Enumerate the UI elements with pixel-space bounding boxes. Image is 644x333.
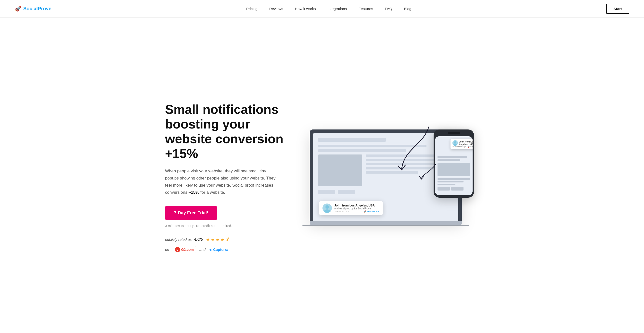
hero-left: Small notifications boosting your websit… bbox=[165, 102, 292, 253]
phone-screen: John from Los Angeles, USA 15 minutes ag… bbox=[435, 136, 472, 195]
star-1: ★ bbox=[205, 237, 210, 242]
star-half: ⯨ bbox=[225, 237, 230, 242]
phone-notif-avatar bbox=[452, 140, 458, 146]
logo-icon: 🚀 bbox=[15, 6, 21, 12]
setup-note: 3 minutes to set-up. No credit card requ… bbox=[165, 224, 292, 228]
nav-item-integrations[interactable]: Integrations bbox=[328, 6, 347, 11]
capterra-badge: ◈ Capterra bbox=[209, 247, 228, 252]
nav-item-how-it-works[interactable]: How it works bbox=[295, 6, 316, 11]
g2-badge: G G2.com bbox=[173, 246, 196, 253]
hero-desc-strong: ~15% bbox=[188, 190, 199, 195]
rating-row: publicly rated as 4.6/5 ★ ★ ★ ★ ⯨ bbox=[165, 237, 292, 242]
notif-footer: 15 minutes ago 🚀 SocialProve bbox=[334, 210, 380, 213]
phone-device: John from Los Angeles, USA 15 minutes ag… bbox=[434, 130, 474, 198]
phone-outer: John from Los Angeles, USA 15 minutes ag… bbox=[434, 130, 474, 198]
phone-notification-popup: John from Los Angeles, USA 15 minutes ag… bbox=[450, 139, 473, 149]
nav-item-pricing[interactable]: Pricing bbox=[246, 6, 258, 11]
nav-item-features[interactable]: Features bbox=[358, 6, 373, 11]
phone-mock-text-2 bbox=[438, 181, 464, 182]
notif-brand: 🚀 SocialProve bbox=[364, 210, 380, 213]
rating-section: publicly rated as 4.6/5 ★ ★ ★ ★ ⯨ on G G… bbox=[165, 237, 292, 253]
rating-and: and bbox=[200, 248, 206, 252]
nav-item-blog[interactable]: Blog bbox=[404, 6, 411, 11]
notif-action: Andrea signed up for SocialProve bbox=[334, 207, 380, 210]
notif-avatar-inner bbox=[322, 204, 332, 213]
star-2: ★ bbox=[210, 237, 214, 242]
hero-title: Small notifications boosting your websit… bbox=[165, 102, 292, 161]
hero-illustration: John from Los Angeles, USA Andrea signed… bbox=[292, 130, 479, 226]
laptop-foot bbox=[302, 224, 470, 226]
star-rating: ★ ★ ★ ★ ⯨ bbox=[205, 237, 230, 242]
svg-point-1 bbox=[326, 205, 329, 209]
notif-avatar bbox=[322, 204, 332, 213]
phone-notif-name: John from Los Angeles, USA bbox=[459, 140, 473, 146]
logo-text: SocialProve bbox=[23, 6, 52, 12]
laptop-device: John from Los Angeles, USA Andrea signed… bbox=[310, 130, 462, 226]
hero-desc-text2: for a website. bbox=[199, 190, 225, 195]
phone-notif-text: 15 minutes ago · 🚀 SocialProve bbox=[452, 146, 473, 148]
rating-prefix: publicly rated as bbox=[165, 237, 192, 242]
notif-content: John from Los Angeles, USA Andrea signed… bbox=[334, 204, 380, 213]
capterra-text: Capterra bbox=[213, 248, 228, 252]
platforms-row: on G G2.com and ◈ Capterra bbox=[165, 246, 292, 253]
g2-icon: G bbox=[175, 247, 180, 252]
nav-item-faq[interactable]: FAQ bbox=[385, 6, 392, 11]
laptop-base bbox=[310, 221, 462, 224]
phone-mock-text-3 bbox=[438, 184, 456, 185]
navbar: 🚀 SocialProve Pricing Reviews How it wor… bbox=[0, 0, 644, 18]
phone-mock-row-2 bbox=[438, 160, 460, 161]
phone-notif-row: John from Los Angeles, USA bbox=[452, 140, 473, 146]
notif-time: 15 minutes ago bbox=[334, 210, 350, 213]
hero-description: When people visit your website, they wil… bbox=[165, 168, 278, 196]
notif-name: John from Los Angeles, USA bbox=[334, 204, 380, 207]
svg-point-4 bbox=[454, 141, 456, 143]
hero-section: Small notifications boosting your websit… bbox=[150, 18, 494, 333]
rating-score: 4.6/5 bbox=[194, 237, 203, 242]
nav-start-button[interactable]: Start bbox=[606, 4, 629, 14]
phone-mock-row-1 bbox=[438, 156, 467, 158]
g2-text: G2.com bbox=[181, 248, 194, 252]
arrow-phone bbox=[419, 161, 438, 181]
laptop-notification-popup: John from Los Angeles, USA Andrea signed… bbox=[319, 201, 383, 215]
trial-button[interactable]: 7-Day Free Trial! bbox=[165, 206, 217, 220]
phone-notch bbox=[448, 132, 460, 134]
rating-on: on bbox=[165, 248, 169, 252]
star-3: ★ bbox=[215, 237, 220, 242]
nav-links: Pricing Reviews How it works Integration… bbox=[246, 6, 411, 11]
star-4: ★ bbox=[220, 237, 224, 242]
capterra-icon: ◈ bbox=[209, 247, 212, 252]
nav-item-reviews[interactable]: Reviews bbox=[269, 6, 283, 11]
phone-mock-block bbox=[438, 163, 470, 176]
phone-mock-text-1 bbox=[438, 178, 470, 180]
logo[interactable]: 🚀 SocialProve bbox=[15, 6, 52, 12]
